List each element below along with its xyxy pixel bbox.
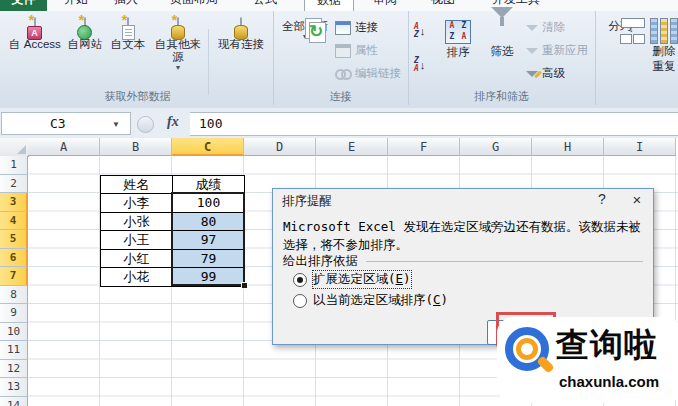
excel-ribbon: 文件 开始 插入 页面布局 公式 数据 审阅 视图 开发工具 *A 自 Acce…	[0, 0, 678, 109]
watermark: 查询啦 chaxunla.com	[497, 317, 678, 403]
column-header-e[interactable]: E	[316, 138, 388, 156]
row-header-11[interactable]: 11	[0, 341, 28, 360]
cell-c2[interactable]: 成绩	[173, 176, 245, 195]
dialog-message: Microsoft Excel 发现在选定区域旁边还有数据。该数据未被选择，将不…	[283, 218, 647, 254]
sort-dialog-icon: AZZA	[445, 20, 471, 44]
cell-b7[interactable]: 小花	[101, 268, 173, 287]
cell-b2[interactable]: 姓名	[101, 176, 173, 195]
clear-filter-icon	[526, 25, 538, 31]
cell-b3[interactable]: 小李	[101, 194, 173, 213]
tab-review[interactable]: 审阅	[362, 0, 408, 11]
connections-button[interactable]: 连接	[335, 20, 378, 35]
radio-selected-icon[interactable]	[293, 273, 307, 287]
cell-c6[interactable]: 79	[173, 250, 245, 269]
tab-developer[interactable]: 开发工具	[476, 0, 556, 11]
from-access-button[interactable]: *A 自 Access	[8, 18, 62, 51]
sort-descending-button[interactable]: ZA↓	[414, 57, 425, 73]
column-header-a[interactable]: A	[28, 138, 100, 156]
magnifier-handle-icon	[536, 355, 554, 373]
data-table: 姓名 成绩 小李 100 小张 80 小王 97 小红 79 小花 99	[100, 175, 245, 287]
tab-home[interactable]: 开始	[55, 0, 97, 11]
properties-label: 属性	[355, 43, 378, 58]
dialog-help-button[interactable]: ?	[591, 191, 613, 207]
cell-c3-active[interactable]: 100	[173, 194, 245, 213]
fill-handle[interactable]	[241, 282, 248, 289]
formula-input[interactable]: 100	[190, 112, 678, 136]
column-header-c[interactable]: C	[172, 138, 244, 156]
column-header-i[interactable]: I	[604, 138, 676, 156]
cell-c7[interactable]: 99	[173, 268, 245, 287]
edit-links-icon	[335, 69, 351, 79]
insert-function-icon[interactable]: fx	[167, 114, 179, 130]
sort-button-ribbon[interactable]: AZZA 排序	[436, 20, 480, 59]
group-connections: ↻ 全部刷新 ▼ 连接 属性 编辑链接 连接	[273, 11, 409, 105]
from-other-sources-label: 自其他来源	[150, 38, 206, 64]
cell-c4[interactable]: 80	[173, 213, 245, 232]
from-other-sources-button[interactable]: * 自其他来源 ▼	[150, 18, 206, 71]
row-header-5[interactable]: 5	[0, 230, 28, 249]
row-header-6[interactable]: 6	[0, 249, 28, 268]
column-header-f[interactable]: F	[388, 138, 460, 156]
edit-links-button: 编辑链接	[335, 66, 401, 81]
column-header-g[interactable]: G	[460, 138, 532, 156]
row-header-13[interactable]: 13	[0, 378, 28, 397]
remove-duplicates-button[interactable]: 删除 重复	[643, 18, 678, 73]
group-label-connections: 连接	[273, 89, 408, 104]
refresh-all-button[interactable]: ↻ 全部刷新 ▼	[278, 18, 332, 40]
radio-current-selection[interactable]: 以当前选定区域排序(C)	[293, 292, 448, 309]
column-header-h[interactable]: H	[532, 138, 604, 156]
row-header-3[interactable]: 3	[0, 193, 28, 212]
radio-unselected-icon[interactable]	[293, 294, 307, 308]
row-headers: 1 2 3 4 5 6 7 8 9 10 11 12 13 14	[0, 156, 28, 406]
filter-label: 筛选	[482, 45, 522, 58]
tab-insert[interactable]: 插入	[105, 0, 147, 11]
sort-label: 排序	[436, 46, 480, 59]
select-all-corner[interactable]	[0, 138, 29, 157]
remove-duplicates-label-1: 删除	[643, 45, 678, 58]
row-header-7[interactable]: 7	[0, 267, 28, 286]
name-box-dropdown-icon[interactable]: ▼	[112, 120, 120, 129]
formula-bar: C3 ▼ fx 100	[0, 108, 678, 139]
sort-ascending-button[interactable]: AZ↓	[414, 23, 425, 39]
existing-connections-button[interactable]: 现有连接	[212, 18, 270, 51]
groupbox-line	[366, 261, 643, 262]
filter-funnel-icon	[491, 7, 513, 35]
reapply-label: 重新应用	[542, 43, 588, 58]
row-header-14[interactable]: 14	[0, 397, 28, 406]
column-header-b[interactable]: B	[100, 138, 172, 156]
radio-expand-selection-label: 扩展选定区域(E)	[313, 271, 411, 288]
column-header-d[interactable]: D	[244, 138, 316, 156]
row-header-4[interactable]: 4	[0, 212, 28, 231]
dialog-close-icon[interactable]: ×	[625, 191, 649, 208]
dialog-prompt-label: 给出排序依据	[283, 253, 358, 270]
edit-links-label: 编辑链接	[355, 66, 401, 81]
cell-c5[interactable]: 97	[173, 231, 245, 250]
row-header-1[interactable]: 1	[0, 156, 28, 175]
tab-view[interactable]: 视图	[420, 0, 466, 11]
tab-page-layout[interactable]: 页面布局	[155, 0, 233, 11]
advanced-filter-button[interactable]: 高级	[526, 66, 565, 81]
text-to-columns-button[interactable]: ↓ 分列	[600, 18, 640, 33]
row-header-9[interactable]: 9	[0, 304, 28, 323]
row-header-2[interactable]: 2	[0, 175, 28, 194]
connections-label: 连接	[355, 20, 378, 35]
tab-data[interactable]: 数据	[304, 0, 354, 11]
row-header-10[interactable]: 10	[0, 323, 28, 342]
from-web-button[interactable]: * 自网站	[64, 18, 106, 51]
from-access-icon: *A	[34, 17, 36, 36]
cell-b4[interactable]: 小张	[101, 213, 173, 232]
connections-icon	[335, 21, 351, 35]
ribbon-tab-strip: 文件 开始 插入 页面布局 公式 数据 审阅 视图 开发工具	[0, 0, 678, 11]
sort-az-icon: AZ	[414, 23, 419, 39]
tab-formulas[interactable]: 公式	[242, 0, 288, 11]
row-header-8[interactable]: 8	[0, 286, 28, 305]
cell-b5[interactable]: 小王	[101, 231, 173, 250]
tab-file[interactable]: 文件	[0, 0, 47, 11]
filter-button[interactable]: 筛选	[482, 18, 522, 58]
row-header-12[interactable]: 12	[0, 360, 28, 379]
group-sort-filter: AZ↓ ZA↓ AZZA 排序 筛选 清除 重新应用 高级 排序和筛选	[408, 11, 596, 105]
sort-za-icon: ZA	[414, 57, 419, 73]
from-text-button[interactable]: * 自文本	[107, 18, 149, 51]
cell-b6[interactable]: 小红	[101, 250, 173, 269]
radio-expand-selection[interactable]: 扩展选定区域(E)	[293, 271, 411, 288]
